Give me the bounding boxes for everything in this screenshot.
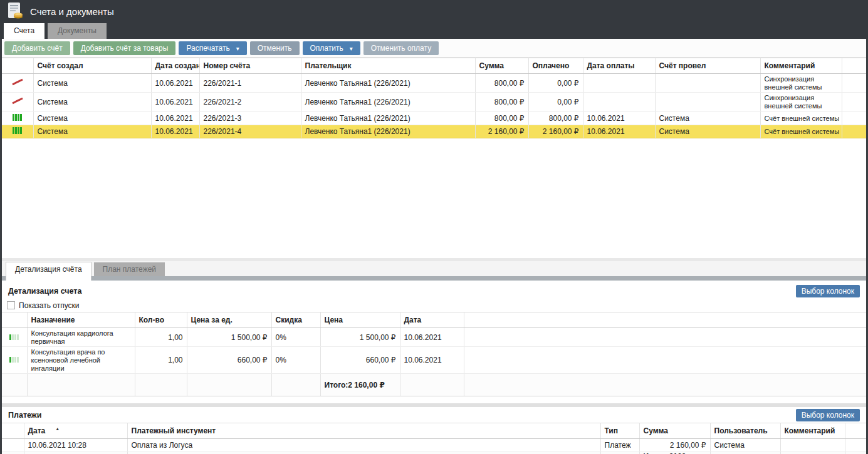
page-title: Счета и документы <box>30 6 114 17</box>
cancel-payment-button[interactable]: Отменить оплату <box>363 41 439 55</box>
detail-row[interactable]: Консультация кардиолога первичная 1,00 1… <box>2 328 868 347</box>
paid-status-icon <box>13 127 22 134</box>
detail-table: Назначение Кол-во Цена за ед. Скидка Цен… <box>2 312 868 396</box>
detail-tab-bar: Детализация счёта План платежей <box>2 261 866 276</box>
cell-posted-by: Система <box>655 111 760 125</box>
cell-service-name: Консультация кардиолога первичная <box>27 328 135 347</box>
cell-date: 10.06.2021 <box>400 328 464 347</box>
sort-ascending-icon: ▲ <box>55 426 60 431</box>
detail-row[interactable]: Консультация врача по ксеноновой лечебно… <box>2 347 868 374</box>
invoice-row[interactable]: Система 10.06.2021 226/2021-2 Левченко Т… <box>2 93 866 111</box>
cell-payment-date: 10.06.2021 10:28 <box>24 439 127 452</box>
detail-total: Итого:2 160,00 ₽ <box>320 374 400 396</box>
pay-button-label: Оплатить <box>310 44 343 53</box>
invoice-row[interactable]: Система 10.06.2021 226/2021-3 Левченко Т… <box>2 111 866 125</box>
column-header[interactable]: Плательщик <box>301 58 475 74</box>
invoice-toolbar: Добавить счёт Добавить счёт за товары Ра… <box>2 39 866 58</box>
add-invoice-button[interactable]: Добавить счёт <box>4 41 70 55</box>
status-column-header[interactable] <box>2 312 27 328</box>
column-header[interactable]: Дата <box>400 312 464 328</box>
detail-column-chooser-button[interactable]: Выбор колонок <box>796 285 860 297</box>
cell-paid-date: 10.06.2021 <box>583 125 655 138</box>
cell-created-by: Система <box>33 74 151 93</box>
cell-amount: 2 160,00 ₽ <box>475 125 528 138</box>
cell-number: 226/2021-4 <box>199 125 301 138</box>
cell-discount: 0% <box>271 347 320 374</box>
column-header[interactable]: Сумма <box>475 58 528 74</box>
cell-posted-by: Система <box>655 125 760 138</box>
column-header[interactable]: Назначение <box>27 312 135 328</box>
detail-section-title: Детализация счета <box>8 287 81 296</box>
column-header-label: Дата <box>28 426 46 435</box>
cell-paid: 0,00 ₽ <box>528 74 583 93</box>
tab-payment-plan[interactable]: План платежей <box>94 262 165 276</box>
invoice-row[interactable]: Система 10.06.2021 226/2021-1 Левченко Т… <box>2 74 866 93</box>
cell-unit-price: 1 500,00 ₽ <box>187 328 271 347</box>
cell-posted-by <box>655 74 760 93</box>
cell-payer: Левченко Татьяна1 (226/2021) <box>301 125 475 138</box>
column-header[interactable]: Дата создания <box>151 58 199 74</box>
detail-totals-row: Итого:2 160,00 ₽ <box>2 374 868 396</box>
column-header-date-sorted[interactable]: Дата▲ <box>24 423 127 439</box>
detail-section-header: Детализация счета Выбор колонок <box>2 281 866 301</box>
tab-invoice-detail[interactable]: Детализация счёта <box>6 262 92 281</box>
column-header[interactable]: Тип <box>600 423 639 439</box>
column-header[interactable]: Цена <box>320 312 400 328</box>
print-button-label: Распечатать <box>186 44 229 53</box>
payments-table: Дата▲ Платежный инстумент Тип Сумма Поль… <box>2 423 868 454</box>
payment-row[interactable]: 10.06.2021 10:28 Оплата из Логуса Платеж… <box>2 439 868 452</box>
show-vacations-row: Показать отпуски <box>2 301 866 312</box>
tab-invoices[interactable]: Счета <box>4 23 44 39</box>
cell-amount: 800,00 ₽ <box>475 74 528 93</box>
cell-created-date: 10.06.2021 <box>151 125 199 138</box>
cell-created-date: 10.06.2021 <box>151 74 199 93</box>
column-header[interactable]: Оплачено <box>528 58 583 74</box>
invoices-header-row: Счёт создал Дата создания Номер счёта Пл… <box>2 58 866 74</box>
column-header[interactable]: Счёт провел <box>655 58 760 74</box>
cell-paid-date <box>583 74 655 93</box>
tab-bar-band <box>2 276 866 281</box>
column-header[interactable]: Скидка <box>271 312 320 328</box>
cell-number: 226/2021-3 <box>199 111 301 125</box>
column-header[interactable]: Платежный инстумент <box>127 423 600 439</box>
payments-section-title: Платежи <box>8 411 41 420</box>
cancel-invoice-button[interactable]: Отменить <box>250 41 300 55</box>
column-header[interactable]: Комментарий <box>780 423 845 439</box>
cell-number: 226/2021-2 <box>199 93 301 111</box>
column-header[interactable]: Цена за ед. <box>187 312 271 328</box>
cell-paid-date: 10.06.2021 <box>583 111 655 125</box>
cell-paid: 0,00 ₽ <box>528 93 583 111</box>
column-header[interactable]: Кол-во <box>135 312 187 328</box>
cell-discount: 0% <box>271 328 320 347</box>
cell-comment: Счёт внешней системы <box>760 111 842 125</box>
payments-column-chooser-button[interactable]: Выбор колонок <box>796 409 860 421</box>
cell-date: 10.06.2021 <box>400 347 464 374</box>
column-header[interactable]: Комментарий <box>760 58 842 74</box>
payments-section-header: Платежи Выбор колонок <box>2 407 866 423</box>
column-header[interactable]: Сумма <box>639 423 710 439</box>
pay-button[interactable]: Оплатить▾ <box>303 41 360 55</box>
column-header[interactable]: Номер счёта <box>199 58 301 74</box>
invoices-table: Счёт создал Дата создания Номер счёта Пл… <box>2 58 866 138</box>
content-frame: Добавить счёт Добавить счёт за товары Ра… <box>0 39 868 454</box>
section-gap <box>2 396 866 403</box>
print-button[interactable]: Распечатать▾ <box>179 41 246 55</box>
cell-price: 1 500,00 ₽ <box>320 328 400 347</box>
column-header[interactable]: Пользователь <box>710 423 780 439</box>
cell-amount: 800,00 ₽ <box>475 93 528 111</box>
cell-unit-price: 660,00 ₽ <box>187 347 271 374</box>
cell-payer: Левченко Татьяна1 (226/2021) <box>301 74 475 93</box>
invoice-row-selected[interactable]: Система 10.06.2021 226/2021-4 Левченко Т… <box>2 125 866 138</box>
status-column-header[interactable] <box>2 58 33 74</box>
cell-payer: Левченко Татьяна1 (226/2021) <box>301 93 475 111</box>
column-header[interactable]: Счёт создал <box>33 58 151 74</box>
column-header-filler <box>842 58 866 74</box>
service-status-icon <box>9 334 19 340</box>
column-header[interactable]: Дата оплаты <box>583 58 655 74</box>
show-vacations-checkbox[interactable] <box>7 301 15 309</box>
tab-documents[interactable]: Документы <box>48 23 107 39</box>
chevron-down-icon: ▾ <box>350 45 353 52</box>
service-status-icon <box>9 357 19 363</box>
add-goods-invoice-button[interactable]: Добавить счёт за товары <box>73 41 176 55</box>
cancelled-status-icon <box>11 98 24 106</box>
